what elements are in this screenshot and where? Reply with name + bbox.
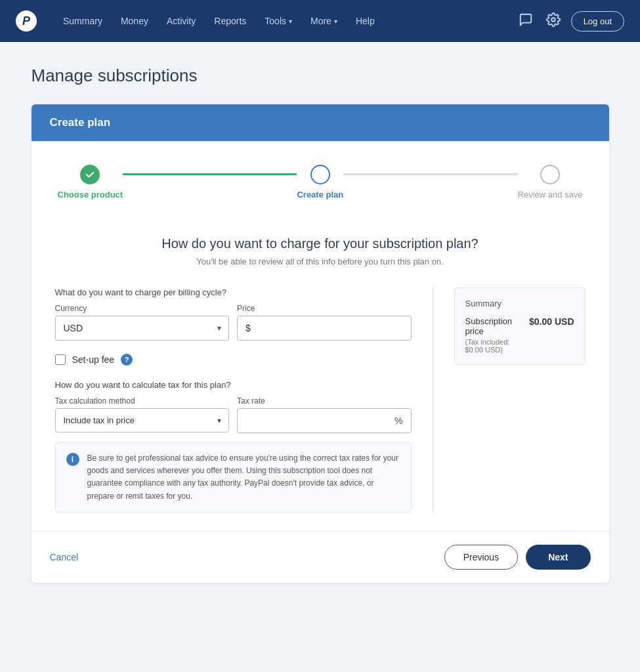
column-divider (433, 287, 433, 513)
tax-rate-input[interactable] (245, 415, 395, 426)
tax-included-label: (Tax included: $0.00 USD) (465, 338, 524, 354)
page-title: Manage subscriptions (32, 66, 609, 86)
step-create-plan: Create plan (297, 165, 343, 200)
form-left: What do you want to charge per billing c… (55, 287, 412, 513)
message-icon-button[interactable] (516, 10, 536, 33)
subscription-price-label: Subscription price (465, 316, 524, 336)
step-line-1 (123, 173, 297, 175)
next-button[interactable]: Next (526, 545, 590, 570)
navigation: P Summary Money Activity Reports Tools ▾… (0, 0, 640, 42)
tax-rate-container: % (237, 408, 412, 433)
nav-tools[interactable]: Tools ▾ (257, 10, 300, 32)
settings-icon-button[interactable] (544, 10, 563, 33)
nav-summary[interactable]: Summary (55, 10, 110, 32)
tax-info-box: i Be sure to get professional tax advice… (55, 442, 412, 513)
form-subheading: You'll be able to review all of this inf… (55, 257, 586, 266)
setup-fee-help-icon[interactable]: ? (121, 354, 133, 366)
setup-fee-row: Set-up fee ? (55, 354, 412, 366)
tax-method-label: Tax calculation method (55, 396, 230, 406)
page-content: Manage subscriptions Create plan Choose … (12, 42, 629, 602)
subscription-price-value: $0.00 USD (529, 316, 574, 327)
tax-method-wrap: Include tax in price Exclude tax from pr… (55, 408, 230, 432)
nav-reports[interactable]: Reports (206, 10, 254, 32)
svg-point-0 (551, 18, 555, 22)
summary-row: Subscription price (Tax included: $0.00 … (465, 316, 574, 354)
form-content: How do you want to charge for your subsc… (32, 218, 609, 531)
step-review-save: Review and save (518, 165, 583, 200)
card-footer: Cancel Previous Next (32, 531, 609, 583)
step-circle-3 (540, 165, 560, 184)
stepper: Choose product Create plan Review and sa… (32, 141, 609, 218)
two-column-layout: What do you want to charge per billing c… (55, 287, 586, 513)
setup-fee-label: Set-up fee (72, 354, 115, 365)
tools-chevron-icon: ▾ (289, 18, 292, 25)
more-chevron-icon: ▾ (334, 18, 337, 25)
step-circle-1 (80, 165, 100, 184)
tax-rate-suffix-icon: % (395, 415, 402, 426)
form-right: Summary Subscription price (Tax included… (454, 287, 586, 513)
nav-money[interactable]: Money (113, 10, 156, 32)
tax-rate-field: Tax rate % (237, 396, 412, 433)
paypal-logo: P (16, 10, 37, 32)
card-header: Create plan (32, 104, 609, 141)
info-icon: i (66, 453, 79, 466)
form-heading: How do you want to charge for your subsc… (55, 236, 586, 251)
price-prefix: $ (245, 323, 251, 333)
price-input-container: $ (237, 316, 412, 341)
summary-box: Summary Subscription price (Tax included… (454, 287, 586, 365)
logout-button[interactable]: Log out (571, 11, 624, 32)
price-field: Price $ (237, 304, 412, 341)
nav-links: Summary Money Activity Reports Tools ▾ M… (55, 10, 516, 32)
nav-more[interactable]: More ▾ (303, 10, 345, 32)
currency-select-wrap: USD EUR GBP ▾ (55, 316, 230, 341)
nav-help[interactable]: Help (348, 10, 383, 32)
step-label-2: Create plan (297, 190, 343, 200)
previous-button[interactable]: Previous (444, 545, 518, 570)
tax-method-select[interactable]: Include tax in price Exclude tax from pr… (55, 408, 230, 432)
currency-select[interactable]: USD EUR GBP (55, 316, 230, 341)
nav-actions: Log out (516, 10, 624, 33)
tax-method-field: Tax calculation method Include tax in pr… (55, 396, 230, 433)
card-header-title: Create plan (50, 116, 111, 129)
logo-letter: P (22, 14, 30, 28)
footer-right: Previous Next (444, 545, 591, 570)
nav-activity[interactable]: Activity (159, 10, 203, 32)
currency-label: Currency (55, 304, 230, 313)
currency-price-row: Currency USD EUR GBP ▾ Pri (55, 304, 412, 341)
tax-rate-label: Tax rate (237, 396, 412, 406)
summary-title: Summary (465, 299, 574, 308)
tax-question: How do you want to calculate tax for thi… (55, 380, 412, 390)
step-label-3: Review and save (518, 190, 583, 200)
cancel-button[interactable]: Cancel (50, 552, 79, 562)
info-text: Be sure to get professional tax advice t… (87, 452, 400, 503)
step-label-1: Choose product (58, 190, 123, 200)
currency-field: Currency USD EUR GBP ▾ (55, 304, 230, 341)
price-label: Price (237, 304, 412, 313)
billing-question: What do you want to charge per billing c… (55, 287, 412, 297)
create-plan-card: Create plan Choose product Create plan (32, 104, 609, 583)
step-circle-2 (310, 165, 330, 184)
step-choose-product: Choose product (58, 165, 123, 200)
step-line-2 (343, 173, 517, 175)
tax-row: Tax calculation method Include tax in pr… (55, 396, 412, 433)
price-input[interactable] (253, 323, 403, 333)
setup-fee-checkbox[interactable] (55, 354, 66, 365)
